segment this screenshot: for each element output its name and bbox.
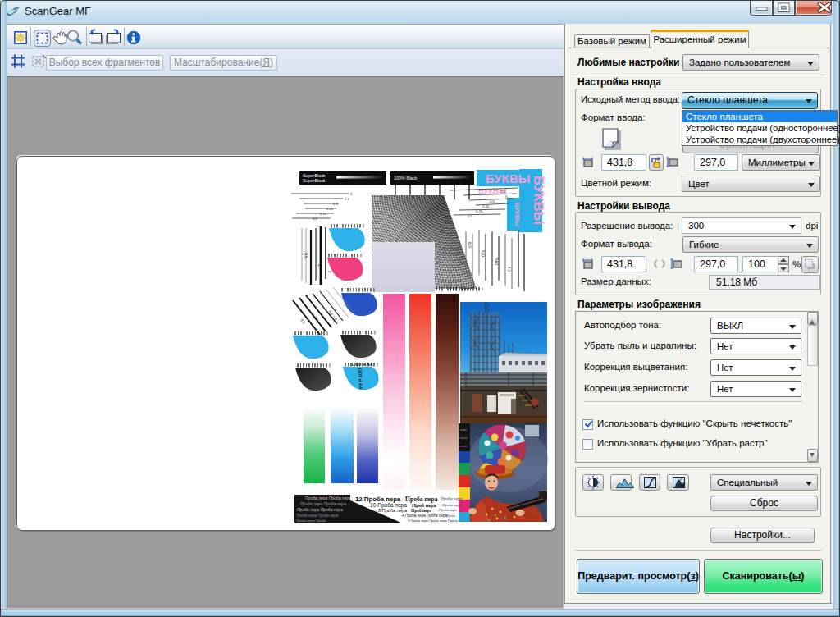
svg-text:Проб пера: Проб пера	[411, 508, 431, 513]
svg-text:3 Проба пера Проба пера Проба: 3 Проба пера Проба пера Проба	[408, 519, 458, 523]
svg-text:1.5: 1.5	[500, 190, 505, 194]
svg-text:БУКВЫ: БУКВЫ	[532, 176, 546, 225]
svg-text:Проба пера: Проба пера	[440, 496, 463, 501]
svg-text:Проба пера Проба пера: Проба пера Проба пера	[305, 496, 351, 500]
svg-text:0.5: 0.5	[333, 202, 338, 206]
svg-text:1.5: 1.5	[345, 197, 349, 201]
svg-text:1200 и АА: 1200 и АА	[358, 368, 363, 390]
svg-text:Проба: Проба	[445, 514, 455, 518]
svg-text:4 Проба пера Проба пера: 4 Проба пера Проба пера	[402, 514, 447, 518]
svg-text:1200 и АА: 1200 и АА	[351, 362, 373, 367]
svg-text:0.1: 0.1	[313, 217, 317, 221]
svg-text:0.15: 0.15	[320, 212, 327, 216]
svg-text:0.25: 0.25	[482, 204, 490, 208]
svg-text:Проба пера Проба пера: Проба пера Проба пера	[296, 514, 339, 518]
svg-text:8 Проба пера: 8 Проба пера	[378, 508, 408, 513]
svg-text:0.5: 0.5	[304, 253, 308, 258]
svg-text:560: 560	[494, 258, 498, 265]
svg-text:2: 2	[327, 271, 331, 273]
svg-text:4.0: 4.0	[507, 267, 511, 272]
svg-text:0.5: 0.5	[490, 199, 495, 203]
svg-text:6.0: 6.0	[468, 242, 472, 248]
svg-text:Проба пера: Проба пера	[438, 508, 457, 512]
svg-text:Проба пера Проба: Проба пера Проба	[296, 519, 326, 523]
svg-text:100% Black: 100% Black	[394, 176, 418, 181]
svg-text:Проба пера Проба пера: Проба пера Проба пера	[300, 501, 346, 506]
svg-text:1: 1	[317, 264, 322, 267]
svg-text:0.5: 0.5	[299, 318, 306, 325]
svg-text:БУКВЫ: БУКВЫ	[514, 202, 521, 226]
svg-text:0.5: 0.5	[468, 214, 472, 218]
svg-text:SuperBlack: SuperBlack	[303, 178, 326, 183]
svg-text:5: 5	[350, 192, 353, 196]
svg-text:Проба пера: Проба пера	[441, 503, 462, 507]
svg-text:Проб пера: Проб пера	[412, 502, 437, 508]
svg-text:Проба пера Проба пера: Проба пера Проба пера	[297, 507, 343, 512]
svg-text:0.8 1.0: 0.8 1.0	[327, 310, 338, 322]
svg-text:0.25: 0.25	[326, 207, 334, 211]
svg-text:БУКВЫ: БУКВЫ	[486, 171, 530, 185]
svg-text:510: 510	[481, 250, 485, 257]
svg-text:0.75: 0.75	[476, 209, 483, 213]
